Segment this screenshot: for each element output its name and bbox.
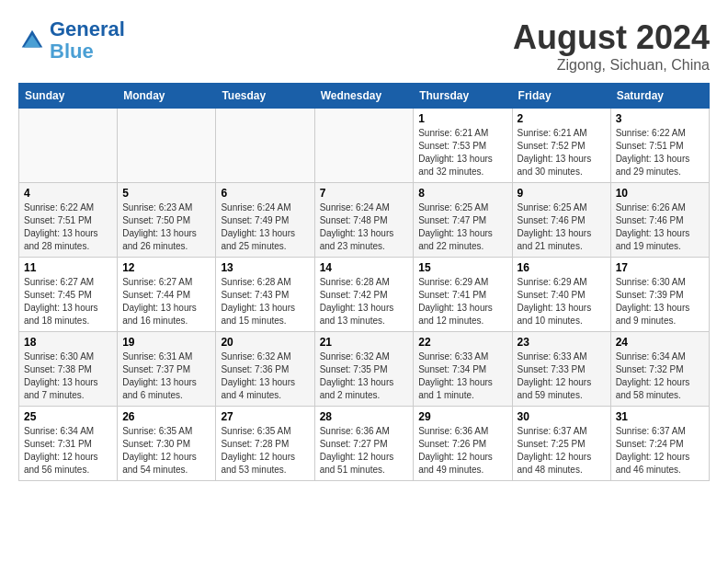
calendar-cell: 28Sunrise: 6:36 AM Sunset: 7:27 PM Dayli… (314, 407, 414, 481)
day-number: 16 (518, 261, 606, 274)
calendar-cell: 25Sunrise: 6:34 AM Sunset: 7:31 PM Dayli… (19, 407, 118, 481)
day-info: Sunrise: 6:34 AM Sunset: 7:32 PM Dayligh… (616, 350, 704, 402)
day-number: 12 (122, 261, 210, 274)
day-info: Sunrise: 6:32 AM Sunset: 7:36 PM Dayligh… (221, 350, 309, 402)
title-block: August 2024 Zigong, Sichuan, China (513, 18, 710, 74)
day-number: 20 (221, 336, 309, 349)
day-number: 13 (221, 261, 309, 274)
main-title: August 2024 (513, 18, 710, 57)
day-info: Sunrise: 6:24 AM Sunset: 7:48 PM Dayligh… (320, 201, 409, 253)
header-cell-thursday: Thursday (414, 84, 512, 109)
subtitle: Zigong, Sichuan, China (513, 57, 710, 74)
day-number: 9 (518, 187, 606, 200)
day-info: Sunrise: 6:29 AM Sunset: 7:41 PM Dayligh… (418, 276, 506, 327)
day-number: 2 (518, 112, 606, 125)
calendar-cell: 20Sunrise: 6:32 AM Sunset: 7:36 PM Dayli… (216, 332, 314, 407)
calendar-cell: 6Sunrise: 6:24 AM Sunset: 7:49 PM Daylig… (216, 183, 314, 258)
calendar-cell: 4Sunrise: 6:22 AM Sunset: 7:51 PM Daylig… (19, 183, 118, 258)
header-cell-sunday: Sunday (19, 84, 118, 109)
calendar-cell: 7Sunrise: 6:24 AM Sunset: 7:48 PM Daylig… (314, 183, 414, 258)
day-info: Sunrise: 6:28 AM Sunset: 7:43 PM Dayligh… (221, 276, 309, 327)
logo-icon (18, 27, 46, 54)
calendar-cell: 31Sunrise: 6:37 AM Sunset: 7:24 PM Dayli… (610, 407, 709, 481)
day-info: Sunrise: 6:25 AM Sunset: 7:47 PM Dayligh… (418, 201, 506, 253)
week-row-4: 18Sunrise: 6:30 AM Sunset: 7:38 PM Dayli… (19, 332, 710, 407)
day-info: Sunrise: 6:23 AM Sunset: 7:50 PM Dayligh… (122, 201, 210, 253)
day-info: Sunrise: 6:24 AM Sunset: 7:49 PM Dayligh… (221, 201, 309, 253)
calendar-cell: 8Sunrise: 6:25 AM Sunset: 7:47 PM Daylig… (414, 183, 512, 258)
week-row-5: 25Sunrise: 6:34 AM Sunset: 7:31 PM Dayli… (19, 407, 710, 481)
calendar-cell: 27Sunrise: 6:35 AM Sunset: 7:28 PM Dayli… (216, 407, 314, 481)
day-info: Sunrise: 6:25 AM Sunset: 7:46 PM Dayligh… (518, 201, 606, 253)
day-info: Sunrise: 6:33 AM Sunset: 7:34 PM Dayligh… (418, 350, 506, 402)
day-number: 5 (122, 187, 210, 200)
calendar-cell: 16Sunrise: 6:29 AM Sunset: 7:40 PM Dayli… (512, 258, 610, 332)
day-info: Sunrise: 6:37 AM Sunset: 7:24 PM Dayligh… (616, 425, 704, 477)
calendar-cell: 10Sunrise: 6:26 AM Sunset: 7:46 PM Dayli… (610, 183, 709, 258)
calendar-cell: 1Sunrise: 6:21 AM Sunset: 7:53 PM Daylig… (414, 109, 512, 183)
day-info: Sunrise: 6:27 AM Sunset: 7:44 PM Dayligh… (122, 276, 210, 327)
calendar-cell (314, 109, 414, 183)
day-info: Sunrise: 6:37 AM Sunset: 7:25 PM Dayligh… (518, 425, 606, 477)
calendar-cell: 23Sunrise: 6:33 AM Sunset: 7:33 PM Dayli… (512, 332, 610, 407)
day-number: 28 (320, 410, 409, 423)
day-info: Sunrise: 6:30 AM Sunset: 7:38 PM Dayligh… (24, 350, 112, 402)
day-info: Sunrise: 6:32 AM Sunset: 7:35 PM Dayligh… (320, 350, 409, 402)
day-number: 7 (320, 187, 409, 200)
calendar-cell: 30Sunrise: 6:37 AM Sunset: 7:25 PM Dayli… (512, 407, 610, 481)
calendar-cell: 15Sunrise: 6:29 AM Sunset: 7:41 PM Dayli… (414, 258, 512, 332)
day-number: 1 (418, 112, 506, 125)
calendar-cell: 3Sunrise: 6:22 AM Sunset: 7:51 PM Daylig… (610, 109, 709, 183)
day-number: 11 (24, 261, 112, 274)
day-number: 23 (518, 336, 606, 349)
header-cell-tuesday: Tuesday (216, 84, 314, 109)
calendar-cell: 24Sunrise: 6:34 AM Sunset: 7:32 PM Dayli… (610, 332, 709, 407)
header-cell-monday: Monday (118, 84, 216, 109)
day-info: Sunrise: 6:36 AM Sunset: 7:27 PM Dayligh… (320, 425, 409, 477)
logo: General Blue (18, 18, 125, 63)
day-info: Sunrise: 6:33 AM Sunset: 7:33 PM Dayligh… (518, 350, 606, 402)
day-number: 26 (122, 410, 210, 423)
day-info: Sunrise: 6:29 AM Sunset: 7:40 PM Dayligh… (518, 276, 606, 327)
calendar-cell: 5Sunrise: 6:23 AM Sunset: 7:50 PM Daylig… (118, 183, 216, 258)
day-number: 3 (616, 112, 704, 125)
day-info: Sunrise: 6:26 AM Sunset: 7:46 PM Dayligh… (616, 201, 704, 253)
calendar-table: SundayMondayTuesdayWednesdayThursdayFrid… (18, 83, 710, 481)
day-info: Sunrise: 6:35 AM Sunset: 7:28 PM Dayligh… (221, 425, 309, 477)
day-info: Sunrise: 6:22 AM Sunset: 7:51 PM Dayligh… (24, 201, 112, 253)
calendar-cell: 11Sunrise: 6:27 AM Sunset: 7:45 PM Dayli… (19, 258, 118, 332)
day-info: Sunrise: 6:36 AM Sunset: 7:26 PM Dayligh… (418, 425, 506, 477)
day-number: 19 (122, 336, 210, 349)
day-number: 17 (616, 261, 704, 274)
day-number: 24 (616, 336, 704, 349)
logo-text: General Blue (50, 18, 125, 63)
calendar-cell: 26Sunrise: 6:35 AM Sunset: 7:30 PM Dayli… (118, 407, 216, 481)
day-number: 6 (221, 187, 309, 200)
day-info: Sunrise: 6:28 AM Sunset: 7:42 PM Dayligh… (320, 276, 409, 327)
day-info: Sunrise: 6:21 AM Sunset: 7:53 PM Dayligh… (418, 127, 506, 178)
calendar-cell: 22Sunrise: 6:33 AM Sunset: 7:34 PM Dayli… (414, 332, 512, 407)
day-number: 29 (418, 410, 506, 423)
day-number: 10 (616, 187, 704, 200)
day-info: Sunrise: 6:21 AM Sunset: 7:52 PM Dayligh… (518, 127, 606, 178)
day-info: Sunrise: 6:30 AM Sunset: 7:39 PM Dayligh… (616, 276, 704, 327)
calendar-cell: 14Sunrise: 6:28 AM Sunset: 7:42 PM Dayli… (314, 258, 414, 332)
day-number: 31 (616, 410, 704, 423)
calendar-cell: 19Sunrise: 6:31 AM Sunset: 7:37 PM Dayli… (118, 332, 216, 407)
day-number: 18 (24, 336, 112, 349)
day-info: Sunrise: 6:31 AM Sunset: 7:37 PM Dayligh… (122, 350, 210, 402)
day-number: 22 (418, 336, 506, 349)
page-header: General Blue August 2024 Zigong, Sichuan… (18, 18, 710, 74)
header-cell-saturday: Saturday (610, 84, 709, 109)
day-info: Sunrise: 6:34 AM Sunset: 7:31 PM Dayligh… (24, 425, 112, 477)
day-number: 30 (518, 410, 606, 423)
calendar-cell: 2Sunrise: 6:21 AM Sunset: 7:52 PM Daylig… (512, 109, 610, 183)
week-row-1: 1Sunrise: 6:21 AM Sunset: 7:53 PM Daylig… (19, 109, 710, 183)
calendar-cell: 18Sunrise: 6:30 AM Sunset: 7:38 PM Dayli… (19, 332, 118, 407)
calendar-cell (216, 109, 314, 183)
calendar-cell (19, 109, 118, 183)
day-number: 25 (24, 410, 112, 423)
calendar-cell: 17Sunrise: 6:30 AM Sunset: 7:39 PM Dayli… (610, 258, 709, 332)
day-number: 27 (221, 410, 309, 423)
header-cell-friday: Friday (512, 84, 610, 109)
